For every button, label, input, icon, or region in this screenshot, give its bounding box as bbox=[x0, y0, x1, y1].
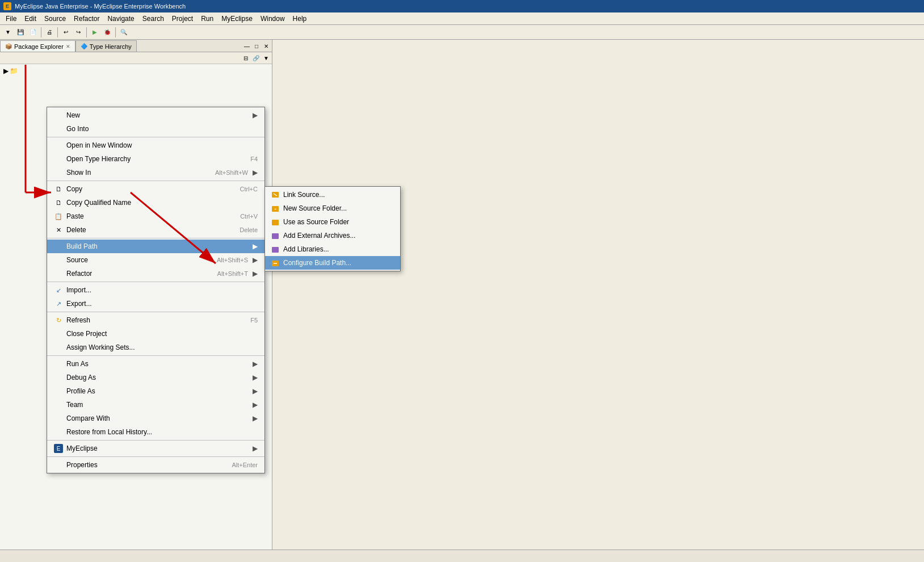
sep-4 bbox=[47, 282, 264, 282]
submenu-new-source-folder[interactable]: + New Source Folder... bbox=[265, 202, 400, 215]
menu-navigate[interactable]: Navigate bbox=[104, 14, 137, 24]
delete-icon: ✕ bbox=[54, 225, 63, 234]
folder-icon: 📁 bbox=[10, 67, 18, 75]
title-text: MyEclipse Java Enterprise - MyEclipse En… bbox=[15, 3, 186, 10]
menu-delete[interactable]: ✕ Delete Delete bbox=[47, 223, 264, 237]
menu-show-in[interactable]: Show In Alt+Shift+W ▶ bbox=[47, 166, 264, 179]
submenu-link-source[interactable]: Link Source... bbox=[265, 188, 400, 202]
panel-minimize-btn[interactable]: — bbox=[242, 41, 251, 51]
show-in-icon bbox=[54, 168, 63, 177]
toolbar: ▼ 💾 📄 🖨 ↩ ↪ ▶ 🐞 🔍 bbox=[0, 25, 924, 40]
menu-import[interactable]: ↙ Import... bbox=[47, 283, 264, 297]
tab-package-explorer[interactable]: 📦 Package Explorer ✕ bbox=[0, 40, 75, 52]
menu-source[interactable]: Source Alt+Shift+S ▶ bbox=[47, 253, 264, 267]
menu-restore-history[interactable]: Restore from Local History... bbox=[47, 425, 264, 439]
panel-tabs: 📦 Package Explorer ✕ 🔷 Type Hierarchy — … bbox=[0, 40, 272, 52]
collapse-all-btn[interactable]: ⊟ bbox=[241, 53, 250, 62]
toolbar-undo-btn[interactable]: ↩ bbox=[60, 27, 72, 38]
menu-open-new-window[interactable]: Open in New Window bbox=[47, 139, 264, 152]
toolbar-sep-4 bbox=[115, 27, 116, 37]
menu-paste[interactable]: 📋 Paste Ctrl+V bbox=[47, 209, 264, 223]
menu-myeclipse[interactable]: E MyEclipse ▶ bbox=[47, 442, 264, 455]
menu-team[interactable]: Team ▶ bbox=[47, 398, 264, 412]
menu-run[interactable]: Run bbox=[198, 14, 217, 24]
menu-myeclipse[interactable]: MyEclipse bbox=[218, 14, 256, 24]
sep-6 bbox=[47, 355, 264, 356]
working-sets-icon bbox=[54, 343, 63, 352]
sep-1 bbox=[47, 137, 264, 137]
context-menu: New ▶ Go Into Open in New Window Open Ty… bbox=[47, 107, 265, 473]
menu-search[interactable]: Search bbox=[139, 14, 167, 24]
toolbar-search-btn[interactable]: 🔍 bbox=[118, 27, 129, 38]
menu-project[interactable]: Project bbox=[169, 14, 196, 24]
tab-package-close[interactable]: ✕ bbox=[66, 44, 70, 49]
toolbar-redo-btn[interactable]: ↪ bbox=[73, 27, 84, 38]
menu-open-type-hierarchy[interactable]: Open Type Hierarchy F4 bbox=[47, 152, 264, 166]
toolbar-sep-1 bbox=[41, 27, 41, 37]
tab-type-hierarchy[interactable]: 🔷 Type Hierarchy bbox=[75, 40, 137, 52]
toolbar-save-all-btn[interactable]: 📄 bbox=[27, 27, 39, 38]
submenu-add-external-archives[interactable]: Add External Archives... bbox=[265, 229, 400, 242]
go-into-icon bbox=[54, 124, 63, 133]
configure-build-path-icon bbox=[271, 258, 280, 267]
submenu-add-libraries[interactable]: Add Libraries... bbox=[265, 242, 400, 256]
right-content-area bbox=[272, 40, 924, 550]
add-libraries-label: Add Libraries... bbox=[283, 245, 329, 253]
tab-package-icon: 📦 bbox=[5, 43, 12, 49]
panel-maximize-btn[interactable]: □ bbox=[252, 41, 261, 51]
add-external-archives-icon bbox=[271, 231, 280, 240]
copy-icon: 🗋 bbox=[54, 184, 63, 194]
toolbar-sep-2 bbox=[57, 27, 58, 37]
menu-source[interactable]: Source bbox=[41, 14, 69, 24]
submenu-use-as-source[interactable]: Use as Source Folder bbox=[265, 215, 400, 229]
svg-rect-9 bbox=[272, 233, 279, 239]
menu-refactor[interactable]: Refactor Alt+Shift+T ▶ bbox=[47, 267, 264, 280]
expand-icon: ▶ bbox=[3, 67, 9, 75]
run-as-icon bbox=[54, 359, 63, 368]
menu-export[interactable]: ↗ Export... bbox=[47, 297, 264, 311]
menu-edit[interactable]: Edit bbox=[21, 14, 40, 24]
menu-run-as[interactable]: Run As ▶ bbox=[47, 357, 264, 371]
toolbar-sep-3 bbox=[86, 27, 87, 37]
menu-debug-as[interactable]: Debug As ▶ bbox=[47, 371, 264, 384]
menu-help[interactable]: Help bbox=[289, 14, 310, 24]
tab-hierarchy-icon: 🔷 bbox=[81, 43, 87, 49]
main-area: 📦 Package Explorer ✕ 🔷 Type Hierarchy — … bbox=[0, 40, 924, 550]
sep-8 bbox=[47, 456, 264, 457]
toolbar-new-btn[interactable]: ▼ bbox=[2, 27, 14, 38]
link-source-label: Link Source... bbox=[283, 191, 325, 199]
menu-build-path[interactable]: Build Path ▶ bbox=[47, 240, 264, 253]
view-menu-btn[interactable]: ▼ bbox=[262, 53, 271, 62]
link-btn[interactable]: 🔗 bbox=[251, 53, 261, 62]
panel-close-btn[interactable]: ✕ bbox=[262, 41, 271, 51]
menu-compare-with[interactable]: Compare With ▶ bbox=[47, 412, 264, 425]
team-icon bbox=[54, 400, 63, 409]
panel-toolbar: ⊟ 🔗 ▼ bbox=[0, 52, 272, 64]
toolbar-save-btn[interactable]: 💾 bbox=[15, 27, 26, 38]
menu-go-into[interactable]: Go Into bbox=[47, 122, 264, 136]
restore-icon bbox=[54, 427, 63, 437]
menu-copy-qualified[interactable]: 🗋 Copy Qualified Name bbox=[47, 196, 264, 209]
copy-qualified-icon: 🗋 bbox=[54, 198, 63, 207]
menu-new[interactable]: New ▶ bbox=[47, 108, 264, 122]
menu-file[interactable]: File bbox=[2, 14, 20, 24]
menu-bar: File Edit Source Refactor Navigate Searc… bbox=[0, 12, 924, 25]
menu-profile-as[interactable]: Profile As ▶ bbox=[47, 384, 264, 398]
add-libraries-icon bbox=[271, 245, 280, 254]
menu-window[interactable]: Window bbox=[257, 14, 288, 24]
toolbar-debug-btn[interactable]: 🐞 bbox=[102, 27, 113, 38]
source-icon bbox=[54, 255, 63, 265]
submenu-configure-build-path[interactable]: Configure Build Path... bbox=[265, 256, 400, 270]
toolbar-print-btn[interactable]: 🖨 bbox=[44, 27, 55, 38]
build-path-submenu: Link Source... + New Source Folder... Us… bbox=[264, 186, 401, 271]
explorer-root-item[interactable]: ▶ 📁 bbox=[2, 66, 270, 76]
menu-close-project[interactable]: Close Project bbox=[47, 327, 264, 341]
configure-build-path-label: Configure Build Path... bbox=[283, 259, 351, 267]
toolbar-run-btn[interactable]: ▶ bbox=[89, 27, 100, 38]
menu-refactor[interactable]: Refactor bbox=[70, 14, 103, 24]
menu-properties[interactable]: Properties Alt+Enter bbox=[47, 458, 264, 472]
sep-3 bbox=[47, 238, 264, 238]
menu-assign-working-sets[interactable]: Assign Working Sets... bbox=[47, 341, 264, 354]
menu-refresh[interactable]: ↻ Refresh F5 bbox=[47, 313, 264, 327]
menu-copy[interactable]: 🗋 Copy Ctrl+C bbox=[47, 182, 264, 196]
